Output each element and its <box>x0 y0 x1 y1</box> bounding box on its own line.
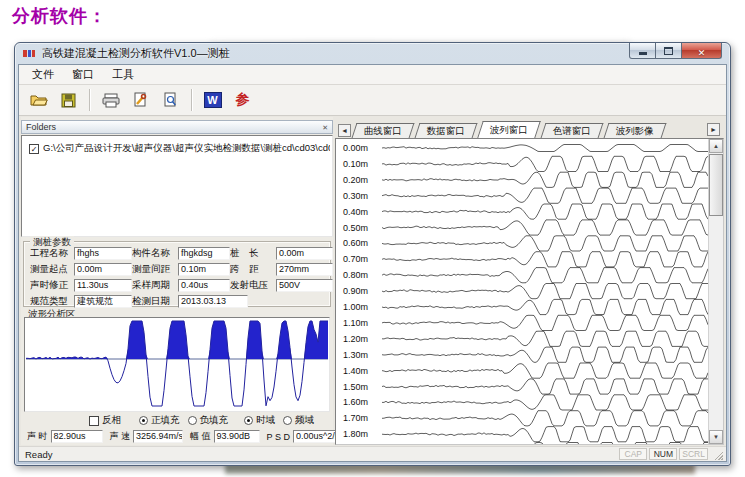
param-field[interactable]: 0.00m <box>276 247 333 260</box>
param-field[interactable]: 270mm <box>276 263 333 276</box>
maximize-button[interactable] <box>655 43 682 59</box>
param-label: 声时修正 <box>30 279 74 292</box>
tab-scroll-left-icon[interactable] <box>338 124 351 137</box>
resize-grip[interactable] <box>712 449 723 460</box>
folders-panel-header[interactable]: Folders <box>21 120 333 134</box>
waveform-controls: 反相 正填充 负填充 时域 <box>21 414 333 427</box>
param-field[interactable]: 11.30us <box>74 279 132 292</box>
measures-row: 声 时82.90us声 速3256.94m/s幅 值93.90dBP S D0.… <box>21 429 333 444</box>
minimize-button[interactable] <box>629 43 656 59</box>
parameter-icon: 参 <box>236 91 250 109</box>
wave-traces <box>336 139 712 445</box>
indicator-cap: CAP <box>619 448 647 460</box>
measure-field[interactable]: 93.90dB <box>214 430 260 443</box>
close-icon <box>698 42 706 60</box>
minimize-icon <box>639 52 647 55</box>
param-field[interactable]: 0.00m <box>74 263 132 276</box>
toolbar: W 参 <box>19 85 726 116</box>
param-field[interactable]: 0.40us <box>178 279 230 292</box>
measure-field[interactable]: 3256.94m/s <box>133 430 183 443</box>
param-field[interactable]: 0.10m <box>178 263 230 276</box>
param-label: 测量间距 <box>132 263 178 276</box>
wave-train-panel[interactable]: 0.00m0.10m0.20m0.30m0.40m0.50m0.60m0.70m… <box>335 138 724 445</box>
menu-bar: 文件窗口工具 <box>19 65 726 85</box>
measure-label: 幅 值 <box>190 430 211 443</box>
folders-tree: ✓ G:\公司产品设计开发\超声仪器\超声仪实地检测数据\测桩cd\cd03\c… <box>21 135 333 237</box>
toolbar-separator <box>191 89 192 111</box>
measure-label: 声 时 <box>27 430 48 443</box>
print-preview-icon <box>163 92 178 108</box>
param-field[interactable]: fhghs <box>74 247 132 260</box>
menu-item-0[interactable]: 文件 <box>23 65 63 84</box>
save-button[interactable] <box>56 88 81 112</box>
tab-label: 波列窗口 <box>490 124 528 137</box>
tab-label: 数据窗口 <box>427 125 465 138</box>
tab-label: 波列影像 <box>616 125 654 138</box>
menu-item-2[interactable]: 工具 <box>103 65 143 84</box>
scroll-down-icon[interactable] <box>709 430 723 444</box>
client-area: Folders ✓ G:\公司产品设计开发\超声仪器\超声仪实地检测数据\测桩c… <box>19 116 726 446</box>
param-field[interactable]: 建筑规范 <box>74 295 132 308</box>
print-preview-button[interactable] <box>158 88 183 112</box>
menu-item-1[interactable]: 窗口 <box>63 65 103 84</box>
word-icon: W <box>204 92 222 108</box>
close-button[interactable] <box>681 43 722 59</box>
scroll-up-icon[interactable] <box>709 139 723 153</box>
save-icon <box>61 93 76 108</box>
waveform-analysis-plot[interactable] <box>24 317 330 412</box>
maximize-icon <box>664 47 673 55</box>
page-title: 分析软件： <box>12 4 107 28</box>
freq-domain-radio[interactable] <box>283 416 292 425</box>
pile-params-group-title: 测桩参数 <box>30 236 74 249</box>
time-domain-label: 时域 <box>256 414 275 427</box>
param-label: 发射电压 <box>230 279 276 292</box>
indicator-scrl: SCRL <box>679 448 708 460</box>
scrollbar-thumb[interactable] <box>709 154 723 216</box>
pile-params-grid: 工程名称fhghs构件名称fhgkdsg桩 长0.00m测量起点0.00m测量间… <box>24 246 330 309</box>
word-export-button[interactable]: W <box>200 88 225 112</box>
left-panel: Folders ✓ G:\公司产品设计开发\超声仪器\超声仪实地检测数据\测桩c… <box>21 117 333 445</box>
tab-3[interactable]: 色谱窗口 <box>541 123 604 138</box>
folders-close-icon[interactable] <box>322 122 328 132</box>
status-text: Ready <box>22 449 617 460</box>
positive-fill-label: 正填充 <box>151 414 180 427</box>
tabs: 曲线窗口数据窗口波列窗口色谱窗口波列影像 <box>354 121 669 138</box>
status-indicators: CAPNUMSCRL <box>617 448 708 460</box>
param-field[interactable]: 500V <box>276 279 333 292</box>
negative-fill-radio[interactable] <box>188 416 197 425</box>
title-bar[interactable]: 高铁建混凝土检测分析软件V1.0—测桩 <box>15 43 730 64</box>
tree-item[interactable]: ✓ G:\公司产品设计开发\超声仪器\超声仪实地检测数据\测桩cd\cd03\c… <box>22 136 332 155</box>
tree-item-checkbox[interactable]: ✓ <box>29 144 39 154</box>
print-setup-icon <box>133 92 148 108</box>
print-button[interactable] <box>98 88 123 112</box>
measure-field[interactable]: 82.90us <box>51 430 103 443</box>
window-body: 文件窗口工具 W <box>18 64 727 462</box>
negative-fill-label: 负填充 <box>200 414 229 427</box>
open-file-button[interactable] <box>26 88 51 112</box>
open-folder-icon <box>30 92 48 108</box>
positive-fill-radio[interactable] <box>139 416 148 425</box>
status-bar: Ready CAPNUMSCRL <box>19 446 726 461</box>
window-title: 高铁建混凝土检测分析软件V1.0—测桩 <box>42 46 230 61</box>
tab-1[interactable]: 数据窗口 <box>415 123 478 138</box>
param-label: 检测日期 <box>132 295 178 308</box>
tab-4[interactable]: 波列影像 <box>604 123 667 138</box>
print-setup-button[interactable] <box>128 88 153 112</box>
app-icon <box>22 47 37 60</box>
time-domain-radio[interactable] <box>244 416 253 425</box>
toolbar-separator <box>89 89 90 111</box>
invert-checkbox[interactable] <box>89 416 99 426</box>
tab-scroll-right-icon[interactable] <box>707 123 720 136</box>
param-row: 声时修正11.30us采样周期0.40us发射电压500V <box>24 278 330 293</box>
parameter-button[interactable]: 参 <box>230 88 255 112</box>
param-field[interactable]: 2013.03.13 <box>178 295 248 308</box>
tab-2[interactable]: 波列窗口 <box>477 121 541 138</box>
analysis-waveform <box>26 319 328 410</box>
measure-label: P S D <box>267 432 290 442</box>
vertical-scrollbar[interactable] <box>708 139 723 444</box>
caption-buttons <box>630 43 722 59</box>
right-panel: 曲线窗口数据窗口波列窗口色谱窗口波列影像 0.00m0.10m0.20m0.30… <box>335 117 724 445</box>
param-field[interactable]: fhgkdsg <box>178 247 230 260</box>
tab-0[interactable]: 曲线窗口 <box>352 123 415 138</box>
param-row: 测量起点0.00m测量间距0.10m跨 距270mm <box>24 262 330 277</box>
